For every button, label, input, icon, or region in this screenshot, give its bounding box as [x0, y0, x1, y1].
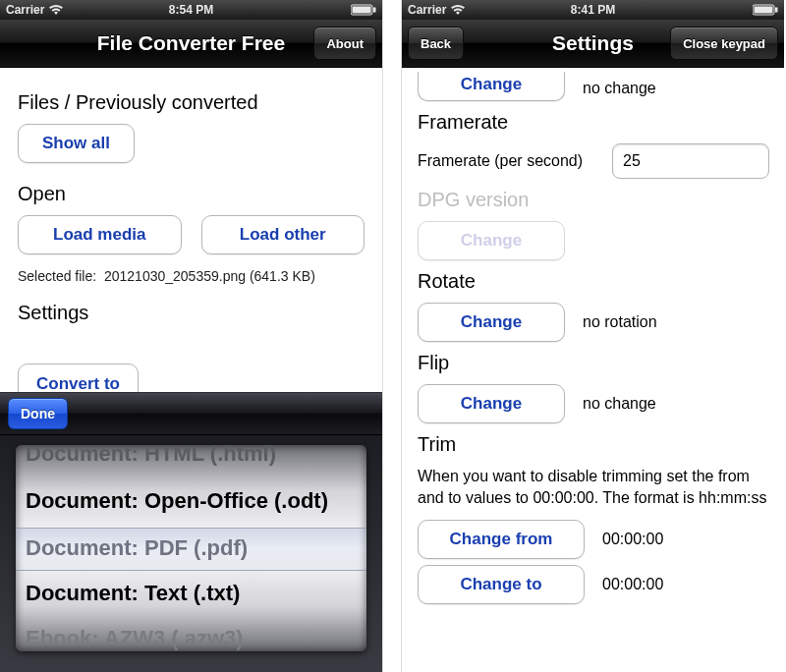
about-button[interactable]: About — [313, 27, 376, 60]
carrier-label: Carrier — [408, 3, 446, 17]
picker-overlay: Done Document: HTML (.html) Document: Op… — [0, 392, 382, 672]
framerate-label: Framerate (per second) — [418, 152, 594, 170]
prev-setting-value: no change — [583, 80, 656, 101]
dpg-title: DPG version — [418, 189, 768, 211]
picker-item[interactable]: Document: HTML (.html) — [26, 445, 357, 475]
selected-file-label: Selected file: — [18, 268, 96, 284]
rotate-change-button[interactable]: Change — [418, 303, 565, 342]
picker-wheel[interactable]: Document: HTML (.html) Document: Open-Of… — [16, 445, 366, 651]
svg-rect-4 — [755, 7, 773, 14]
picker-item[interactable]: Document: Open-Office (.odt) — [26, 480, 357, 522]
picker[interactable]: Document: HTML (.html) Document: Open-Of… — [0, 435, 382, 672]
back-button[interactable]: Back — [408, 27, 464, 60]
show-all-button[interactable]: Show all — [18, 124, 135, 163]
svg-rect-5 — [775, 8, 778, 13]
settings-content: Change no change Framerate Framerate (pe… — [402, 68, 784, 624]
rotate-title: Rotate — [418, 270, 768, 293]
dpg-row: Change — [418, 221, 768, 260]
svg-rect-2 — [373, 8, 376, 13]
screen-file-converter: Carrier 8:54 PM File Converter Free Abou… — [0, 0, 383, 672]
battery-icon — [351, 4, 376, 16]
change-button[interactable]: Change — [418, 72, 565, 101]
svg-rect-1 — [353, 7, 371, 14]
flip-row: Change no change — [418, 384, 768, 423]
picker-item-selected[interactable]: Document: PDF (.pdf) — [26, 528, 357, 569]
wifi-icon — [450, 4, 466, 16]
picker-item[interactable]: Ebook: AZW3 (.azw3) — [26, 618, 357, 651]
selected-file-value: 20121030_205359.png (641.3 KB) — [104, 268, 315, 284]
battery-icon — [753, 4, 778, 16]
nav-bar: Back Settings Close keypad — [402, 20, 784, 68]
prev-setting-row: Change no change — [418, 72, 768, 101]
status-bar: Carrier 8:54 PM — [0, 0, 382, 20]
rotate-row: Change no rotation — [418, 303, 768, 342]
flip-title: Flip — [418, 352, 768, 374]
page-title: Settings — [552, 31, 634, 55]
nav-bar: File Converter Free About — [0, 20, 382, 68]
trim-change-to-button[interactable]: Change to — [418, 565, 585, 604]
trim-from-value: 00:00:00 — [602, 531, 663, 548]
picker-toolbar: Done — [0, 392, 382, 435]
app-title: File Converter Free — [97, 31, 285, 55]
flip-value: no change — [583, 395, 656, 413]
close-keypad-button[interactable]: Close keypad — [670, 27, 778, 60]
trim-to-row: Change to 00:00:00 — [418, 565, 768, 604]
framerate-input[interactable] — [612, 143, 769, 179]
open-section-title: Open — [18, 183, 365, 205]
selected-file-row: Selected file: 20121030_205359.png (641.… — [18, 268, 365, 284]
files-section-title: Files / Previously converted — [18, 91, 365, 114]
trim-description: When you want to disable trimming set th… — [418, 466, 768, 508]
rotate-value: no rotation — [583, 313, 657, 331]
framerate-row: Framerate (per second) — [418, 143, 768, 179]
load-other-button[interactable]: Load other — [201, 215, 365, 254]
load-media-button[interactable]: Load media — [18, 215, 182, 254]
trim-to-value: 00:00:00 — [602, 576, 663, 593]
trim-change-from-button[interactable]: Change from — [418, 520, 585, 559]
done-button[interactable]: Done — [8, 398, 68, 429]
wifi-icon — [48, 4, 64, 16]
status-bar: Carrier 8:41 PM — [402, 0, 784, 20]
picker-item[interactable]: Document: Text (.txt) — [26, 573, 357, 614]
flip-change-button[interactable]: Change — [418, 384, 565, 423]
framerate-title: Framerate — [418, 111, 768, 134]
screen-settings: Carrier 8:41 PM Back Settings Close keyp… — [401, 0, 784, 672]
settings-section-title: Settings — [18, 302, 365, 324]
carrier-label: Carrier — [6, 3, 44, 17]
trim-from-row: Change from 00:00:00 — [418, 520, 768, 559]
dpg-change-button: Change — [418, 221, 565, 260]
trim-title: Trim — [418, 433, 768, 456]
